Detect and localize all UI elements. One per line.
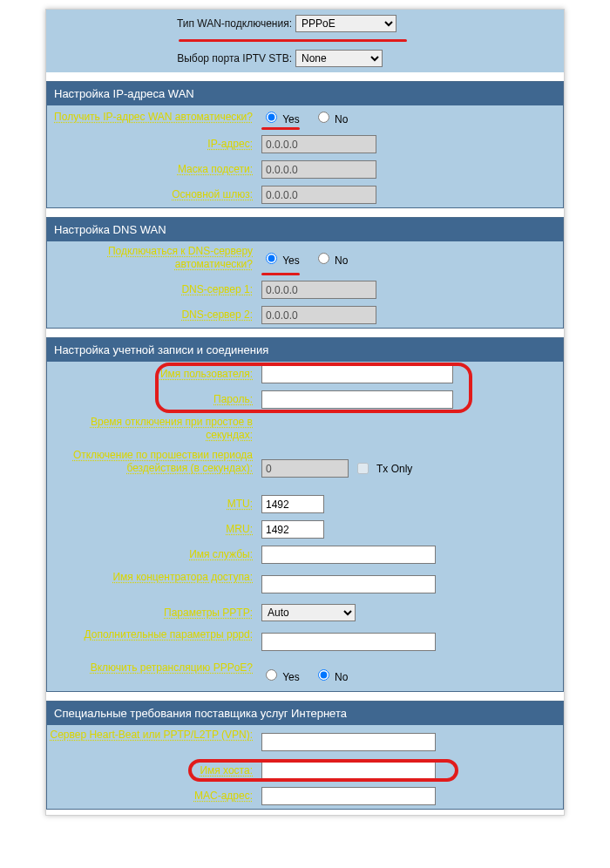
wan-ip-auto-yes-radio[interactable]: [266, 112, 277, 123]
dns-auto-yes[interactable]: Yes: [261, 250, 300, 267]
pppoe-relay-yes-radio[interactable]: [266, 669, 277, 681]
mtu-label: MTU:: [47, 498, 256, 511]
section-wan-dns-title: Настройка DNS WAN: [47, 218, 563, 241]
wan-ip-auto-no[interactable]: No: [314, 109, 349, 125]
idle-timeout-label: Время отключения при простое в секундах:: [47, 416, 256, 442]
password-label: Пароль:: [47, 393, 256, 406]
yes-text: Yes: [282, 113, 300, 125]
pppd-extra-input[interactable]: [261, 633, 436, 651]
no-text: No: [335, 254, 348, 267]
ac-name-input[interactable]: [261, 575, 436, 593]
subnet-mask-input[interactable]: [261, 160, 376, 179]
wan-ip-auto-no-radio[interactable]: [318, 112, 329, 123]
section-account: Настройка учетной записи и соединения Им…: [46, 337, 564, 692]
iptv-port-select[interactable]: None: [295, 50, 383, 67]
default-gateway-label: Основной шлюз:: [47, 188, 256, 201]
idle-disconnect-label: Отключение по прошествии периода бездейс…: [47, 449, 256, 488]
dns-auto-label: Подключаться к DNS-серверу автоматически…: [47, 245, 256, 271]
ip-address-input[interactable]: [261, 135, 376, 153]
pppd-extra-label: Дополнительные параметры pppd:: [47, 628, 256, 654]
service-name-label: Имя службы:: [47, 548, 256, 561]
section-isp: Специальные требования поставщика услуг …: [46, 701, 564, 810]
section-wan-ip-title: Настройка IP-адреса WAN: [47, 82, 563, 105]
yes-text: Yes: [282, 254, 300, 267]
pppoe-relay-yes[interactable]: Yes: [261, 667, 300, 683]
default-gateway-input[interactable]: [261, 186, 376, 204]
mru-input[interactable]: [261, 520, 324, 539]
section-wan-ip: Настройка IP-адреса WAN Получить IP-адре…: [46, 81, 564, 208]
mru-label: MRU:: [47, 523, 256, 536]
dns2-input[interactable]: [261, 306, 376, 324]
dns-auto-no-radio[interactable]: [318, 253, 329, 264]
dns-auto-no[interactable]: No: [314, 250, 349, 267]
subnet-mask-label: Маска подсети:: [47, 163, 256, 176]
dns-auto-highlight-underline: [261, 273, 300, 275]
pppoe-relay-no[interactable]: No: [314, 667, 349, 683]
wan-ip-auto-label: Получить IP-адрес WAN автоматически?: [47, 111, 256, 124]
iptv-port-label: Выбор порта IPTV STB:: [46, 52, 295, 64]
username-input[interactable]: [261, 365, 453, 383]
pptp-options-select[interactable]: Auto: [261, 604, 356, 621]
tx-only-label: Tx Only: [376, 463, 412, 475]
ip-address-label: IP-адрес:: [47, 138, 256, 151]
username-label: Имя пользователя:: [47, 368, 256, 381]
pptp-options-label: Параметры PPTP:: [47, 607, 256, 620]
wan-type-bar: Тип WAN-подключения: PPPoE Выбор порта I…: [46, 10, 564, 72]
hostname-label: Имя хоста:: [47, 764, 256, 777]
wan-type-highlight-underline: [179, 39, 407, 42]
section-isp-title: Специальные требования поставщика услуг …: [47, 702, 563, 725]
wan-type-label: Тип WAN-подключения:: [46, 17, 295, 30]
yes-text: Yes: [282, 671, 300, 683]
heartbeat-server-input[interactable]: [261, 733, 436, 751]
wan-type-select[interactable]: PPPoE: [295, 15, 396, 32]
dns-auto-yes-radio[interactable]: [266, 253, 277, 264]
pppoe-relay-label: Включить ретрансляцию PPPoE?: [47, 661, 256, 688]
section-wan-dns: Настройка DNS WAN Подключаться к DNS-сер…: [46, 217, 564, 329]
mtu-input[interactable]: [261, 495, 324, 513]
no-text: No: [335, 113, 348, 125]
password-input[interactable]: [261, 390, 453, 409]
dns2-label: DNS-сервер 2:: [47, 309, 256, 322]
wan-ip-auto-yes[interactable]: Yes: [261, 109, 300, 125]
dns1-label: DNS-сервер 1:: [47, 283, 256, 296]
section-account-title: Настройка учетной записи и соединения: [47, 338, 563, 362]
mac-address-input[interactable]: [261, 787, 436, 805]
mac-address-label: MAC-адрес:: [47, 790, 256, 803]
idle-disconnect-input[interactable]: [261, 459, 349, 478]
ac-name-label: Имя концентратора доступа:: [47, 571, 256, 597]
hostname-input[interactable]: [261, 762, 436, 780]
heartbeat-server-label: Сервер Heart-Beat или PPTP/L2TP (VPN):: [47, 729, 256, 755]
no-text: No: [335, 671, 348, 683]
pppoe-relay-no-radio[interactable]: [318, 669, 329, 681]
wan-ip-auto-highlight-underline: [261, 127, 300, 130]
dns1-input[interactable]: [261, 281, 376, 299]
service-name-input[interactable]: [261, 546, 436, 564]
tx-only-checkbox[interactable]: [357, 463, 369, 474]
